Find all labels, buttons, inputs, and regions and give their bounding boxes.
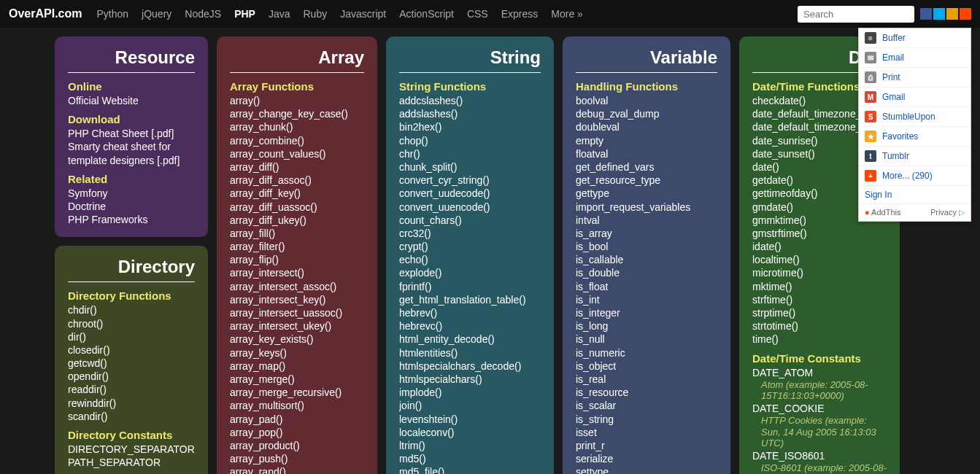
list-item[interactable]: is_int	[576, 293, 717, 306]
list-item[interactable]: array_diff()	[230, 160, 364, 174]
list-item[interactable]: array_fill()	[230, 227, 364, 240]
list-item[interactable]: array_key_exists()	[230, 333, 364, 346]
list-item[interactable]: doubleval	[576, 120, 717, 133]
list-item[interactable]: array_rand()	[230, 465, 364, 474]
list-item[interactable]: readdir()	[68, 383, 195, 396]
list-item[interactable]: is_long	[576, 319, 717, 333]
list-item[interactable]: PHP Frameworks	[68, 213, 195, 226]
list-item[interactable]: is_integer	[576, 306, 717, 319]
list-item[interactable]: is_double	[576, 266, 717, 279]
list-item[interactable]: Official Website	[68, 94, 195, 107]
list-item[interactable]: array_push()	[230, 452, 364, 465]
list-item[interactable]: microtime()	[752, 266, 887, 279]
list-item[interactable]: array_intersect_ukey()	[230, 319, 364, 333]
list-item[interactable]: rewinddir()	[68, 397, 195, 410]
list-item[interactable]: array_pop()	[230, 426, 364, 439]
list-item[interactable]: empty	[576, 134, 717, 147]
list-item[interactable]: htmlentities()	[399, 346, 541, 360]
list-item[interactable]: is_float	[576, 280, 717, 293]
list-item[interactable]: array_keys()	[230, 346, 364, 360]
list-item[interactable]: array_flip()	[230, 253, 364, 266]
list-item[interactable]: gettype	[576, 187, 717, 200]
list-item[interactable]: Smarty cheat sheet for template designer…	[68, 140, 195, 166]
list-item[interactable]: floatval	[576, 147, 717, 160]
list-item[interactable]: array_diff_assoc()	[230, 174, 364, 187]
list-item[interactable]: DIRECTORY_SEPARATOR	[68, 443, 195, 456]
share-buffer[interactable]: ≡Buffer	[859, 28, 971, 48]
list-item[interactable]: intval	[576, 214, 717, 227]
list-item[interactable]: crypt()	[399, 240, 541, 253]
list-item[interactable]: is_array	[576, 227, 717, 240]
list-item[interactable]: array_diff_ukey()	[230, 214, 364, 227]
list-item[interactable]: ltrim()	[399, 439, 541, 452]
search-input[interactable]	[798, 6, 914, 23]
list-item[interactable]: convert_uuencode()	[399, 201, 541, 214]
nav-java[interactable]: Java	[269, 8, 290, 20]
share-stumbleupon[interactable]: SStumbleUpon	[859, 107, 971, 127]
list-item[interactable]: implode()	[399, 386, 541, 399]
list-item[interactable]: array_filter()	[230, 240, 364, 253]
share-email[interactable]: ✉Email	[859, 48, 971, 68]
list-item[interactable]: scandir()	[68, 410, 195, 423]
list-item[interactable]: crc32()	[399, 227, 541, 240]
list-item[interactable]: array_pad()	[230, 413, 364, 426]
list-item[interactable]: strptime()	[752, 306, 887, 319]
nav-php[interactable]: PHP	[234, 8, 255, 20]
list-item[interactable]: strftime()	[752, 293, 887, 306]
list-item[interactable]: array_map()	[230, 360, 364, 373]
list-item[interactable]: settype	[576, 465, 717, 474]
list-item[interactable]: serialize	[576, 452, 717, 465]
list-item[interactable]: getcwd()	[68, 357, 195, 370]
list-item[interactable]: is_callable	[576, 253, 717, 266]
list-item[interactable]: array_change_key_case()	[230, 107, 364, 120]
addthis-label[interactable]: ● AddThis	[865, 208, 900, 217]
list-item[interactable]: dir()	[68, 330, 195, 343]
list-item[interactable]: convert_cyr_string()	[399, 174, 541, 187]
list-item[interactable]: htmlspecialchars()	[399, 373, 541, 386]
plus-icon[interactable]	[960, 8, 971, 20]
nav-python[interactable]: Python	[96, 8, 128, 20]
list-item[interactable]: localeconv()	[399, 426, 541, 439]
list-item[interactable]: mktime()	[752, 280, 887, 293]
list-item[interactable]: is_resource	[576, 386, 717, 399]
list-item[interactable]: array_chunk()	[230, 120, 364, 133]
list-item[interactable]: addslashes()	[399, 107, 541, 120]
share-tumblr[interactable]: tTumblr	[859, 147, 971, 166]
list-item[interactable]: get_defined_vars	[576, 160, 717, 174]
list-item[interactable]: levenshtein()	[399, 413, 541, 426]
list-item[interactable]: htmlspecialchars_decode()	[399, 360, 541, 373]
list-item[interactable]: array_count_values()	[230, 147, 364, 160]
list-item[interactable]: debug_zval_dump	[576, 107, 717, 120]
list-item[interactable]: md5()	[399, 452, 541, 465]
nav-more[interactable]: More »	[551, 8, 583, 20]
list-item[interactable]: fprintf()	[399, 280, 541, 293]
share-signin[interactable]: Sign In	[859, 186, 971, 204]
list-item[interactable]: chr()	[399, 147, 541, 160]
list-item[interactable]: array_merge()	[230, 373, 364, 386]
share-gmail[interactable]: MGmail	[859, 88, 971, 107]
list-item[interactable]: get_html_translation_table()	[399, 293, 541, 306]
share-favorites[interactable]: ★Favorites	[859, 127, 971, 147]
list-item[interactable]: boolval	[576, 94, 717, 107]
list-item[interactable]: html_entity_decode()	[399, 333, 541, 346]
list-item[interactable]: addcslashes()	[399, 94, 541, 107]
list-item[interactable]: array_combine()	[230, 134, 364, 147]
list-item[interactable]: is_scalar	[576, 399, 717, 412]
list-item[interactable]: is_real	[576, 373, 717, 386]
nav-css[interactable]: CSS	[467, 8, 488, 20]
list-item[interactable]: DATE_ISO8601	[752, 449, 887, 462]
list-item[interactable]: array_intersect()	[230, 266, 364, 279]
list-item[interactable]: chdir()	[68, 303, 195, 316]
list-item[interactable]: import_request_variables	[576, 201, 717, 214]
nav-actionscript[interactable]: ActionScript	[399, 8, 454, 20]
list-item[interactable]: array_multisort()	[230, 399, 364, 412]
list-item[interactable]: array_intersect_assoc()	[230, 280, 364, 293]
share-print[interactable]: ⎙Print	[859, 68, 971, 88]
list-item[interactable]: get_resource_type	[576, 174, 717, 187]
list-item[interactable]: md5_file()	[399, 465, 541, 474]
list-item[interactable]: chroot()	[68, 317, 195, 330]
list-item[interactable]: is_object	[576, 360, 717, 373]
list-item[interactable]: PATH_SEPARATOR	[68, 456, 195, 469]
list-item[interactable]: explode()	[399, 266, 541, 279]
list-item[interactable]: array_intersect_uassoc()	[230, 306, 364, 319]
